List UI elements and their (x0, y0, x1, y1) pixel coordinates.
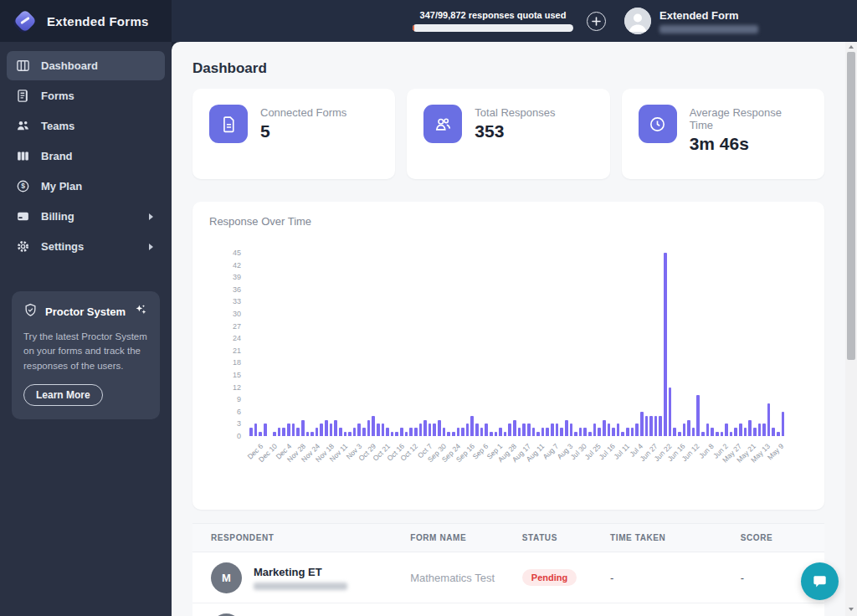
responses-table: RESPONDENTFORM NAMESTATUSTIME TAKENSCORE… (192, 523, 824, 616)
quota-indicator: 347/99,872 responses quota used (413, 10, 573, 32)
settings-icon (16, 239, 30, 254)
table-row[interactable]: MMarketing ETMathematics TestPending-- (192, 552, 824, 603)
chart-bar (772, 428, 775, 436)
sidebar-item-brand[interactable]: Brand (7, 141, 165, 171)
stats-row: Connected Forms5Total Responses353Averag… (192, 89, 824, 179)
chart-bar (353, 428, 357, 436)
sidebar-item-dashboard[interactable]: Dashboard (7, 51, 165, 80)
chart-y-axis: 0369121518212427303336394245 (209, 253, 249, 436)
stat-label: Average Response Time (690, 106, 808, 131)
chart-bar (696, 395, 700, 436)
quota-text: 347/99,872 responses quota used (420, 10, 567, 20)
chart-bars (249, 253, 784, 436)
stat-value: 353 (475, 121, 555, 141)
chart-bar (296, 428, 300, 436)
user-avatar-icon (624, 8, 651, 34)
chart-bar (367, 420, 371, 436)
scrollbar-thumb[interactable] (847, 52, 855, 360)
chart-bar (767, 403, 771, 436)
quota-progressbar (413, 24, 573, 32)
stat-card-average-response-time: Average Response Time3m 46s (622, 89, 824, 179)
chart-bar (532, 428, 536, 436)
chart-bar (603, 420, 606, 436)
chart-bar (386, 428, 389, 436)
respondent-name: Marketing ET (254, 566, 347, 578)
sidebar-item-forms[interactable]: Forms (7, 81, 165, 110)
y-tick-label: 33 (233, 297, 241, 305)
chart-bar (249, 428, 253, 436)
stat-label: Total Responses (475, 106, 555, 119)
stat-value: 5 (260, 121, 346, 141)
sidebar-item-label: Forms (41, 90, 74, 102)
brand-name: Extended Forms (47, 14, 149, 28)
chart-bar (264, 424, 267, 436)
chat-widget-button[interactable] (801, 562, 839, 600)
score-value: - (741, 572, 744, 584)
brand-logo-area[interactable]: Extended Forms (0, 0, 172, 42)
chart-bar (739, 424, 742, 436)
proctor-system-description: Try the latest Proctor System on your fo… (23, 330, 148, 373)
forms-icon (16, 89, 30, 103)
sidebar-item-label: My Plan (41, 180, 82, 192)
chat-bubble-icon (810, 572, 829, 591)
table-row-partial[interactable] (192, 603, 824, 616)
chart-bar (579, 428, 582, 436)
chart-bar (377, 424, 380, 436)
sidebar-item-billing[interactable]: Billing (7, 202, 165, 231)
plus-icon (592, 17, 601, 26)
chart-x-axis: Dec 6Dec 10Dec 4Nov 28Nov 24Nov 18Nov 11… (249, 436, 784, 478)
main-content: Dashboard Connected Forms5Total Response… (172, 42, 857, 616)
shield-check-icon (23, 303, 38, 321)
clock-icon (639, 105, 677, 143)
chart-bar (513, 420, 516, 436)
status-badge: Pending (522, 569, 577, 586)
chart-bar (593, 424, 597, 436)
chart-bar (423, 420, 427, 436)
user-email-redacted (659, 25, 758, 33)
sidebar-item-my-plan[interactable]: $My Plan (7, 172, 165, 201)
chart-bar (758, 424, 762, 436)
chart-bar (608, 424, 611, 436)
chart-bar (438, 420, 441, 436)
y-tick-label: 0 (237, 432, 241, 440)
column-header-time-taken: TIME TAKEN (610, 533, 741, 542)
chart-bar (330, 424, 333, 436)
sidebar-item-label: Teams (41, 120, 74, 132)
chart-bar (782, 412, 785, 436)
chart-bar (673, 428, 676, 436)
y-tick-label: 24 (233, 334, 241, 342)
chart-bar (711, 428, 714, 436)
scrollbar-up-arrow[interactable] (845, 42, 857, 52)
chart-plot-area: Dec 6Dec 10Dec 4Nov 28Nov 24Nov 18Nov 11… (249, 253, 784, 478)
chart-bar (433, 424, 436, 436)
user-menu[interactable]: Extended Form (624, 8, 758, 34)
table-body: MMarketing ETMathematics TestPending-- (192, 552, 824, 616)
proctor-system-title: Proctor System (45, 305, 126, 318)
chart-bar (372, 416, 375, 436)
chart-bar (612, 428, 615, 436)
y-tick-label: 9 (237, 395, 241, 403)
chart-bar (734, 428, 737, 436)
column-header-status: STATUS (522, 533, 610, 542)
sidebar-item-settings[interactable]: Settings (7, 232, 165, 261)
column-header-respondent: RESPONDENT (211, 533, 410, 542)
triangle-up-icon (849, 45, 854, 49)
chart-bar (664, 253, 667, 436)
learn-more-button[interactable]: Learn More (23, 384, 103, 406)
sidebar-item-teams[interactable]: Teams (7, 111, 165, 141)
extended-forms-app: Extended Forms 347/99,872 responses quot… (0, 0, 857, 616)
chart-bar (640, 412, 644, 436)
chart-bar (316, 428, 319, 436)
chart-bar (470, 416, 474, 436)
column-header-form-name: FORM NAME (410, 533, 522, 542)
brand-icon (16, 149, 30, 163)
chart-bar (725, 424, 728, 436)
chart-bar (744, 428, 747, 436)
page-title: Dashboard (192, 60, 824, 77)
chart-bar (334, 420, 337, 436)
scrollbar-down-arrow[interactable] (845, 604, 857, 614)
add-quota-button[interactable] (587, 12, 606, 31)
sidebar-item-label: Brand (41, 150, 73, 162)
chart-bar (466, 424, 470, 436)
chart-bar (362, 428, 366, 436)
